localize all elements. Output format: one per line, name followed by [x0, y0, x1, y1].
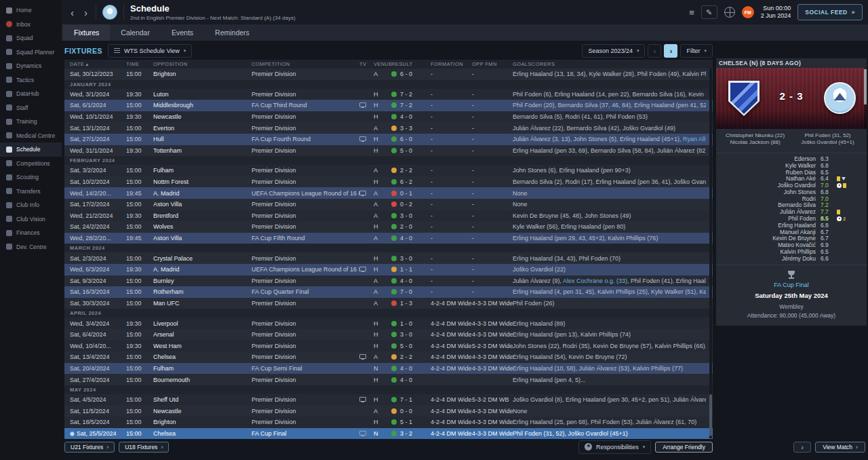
fixture-row[interactable]: Sat, 11/5/202415:00NewcastlePremier Divi…: [64, 405, 713, 417]
fixture-row[interactable]: Sat, 6/1/202415:00MiddlesbroughFA Cup Th…: [64, 100, 713, 111]
column-header-opposition[interactable]: OPPOSITION: [153, 61, 252, 67]
forward-arrow-icon[interactable]: ›: [82, 7, 90, 18]
player-rating-row[interactable]: Manuel Akanji6.7: [722, 229, 861, 235]
sidebar-item-squad-planner[interactable]: Squad Planner: [0, 45, 62, 60]
column-header-goalscorers[interactable]: GOALSCORERS: [513, 61, 706, 67]
column-header-competition[interactable]: COMPETITION: [252, 61, 359, 67]
sidebar-item-schedule[interactable]: Schedule: [0, 142, 62, 157]
fixture-row[interactable]: Sat, 10/2/202415:00Nottm ForestPremier D…: [64, 176, 713, 188]
previous-season-button[interactable]: ‹: [648, 44, 661, 58]
player-rating-row[interactable]: Ruben Dias6.5: [722, 169, 861, 176]
fixture-row[interactable]: Wed, 10/4/20...19:30West HamPremier Divi…: [64, 340, 713, 351]
fixture-row[interactable]: Sat, 13/1/202415:00EvertonPremier Divisi…: [64, 122, 713, 134]
fixture-row[interactable]: Wed, 6/3/202419:30A. MadridUEFA Champion…: [64, 264, 713, 275]
panel-scrollbar[interactable]: [864, 68, 867, 129]
sidebar-item-club-vision[interactable]: Club Vision: [0, 212, 62, 227]
player-rating-row[interactable]: Julián Álvarez7.7: [722, 208, 861, 215]
social-feed-button[interactable]: SOCIAL FEED »: [797, 4, 863, 20]
column-header-tv[interactable]: TV: [359, 61, 374, 67]
sidebar-item-finances[interactable]: Finances: [0, 226, 62, 240]
scrollbar-thumb[interactable]: [864, 69, 867, 104]
arrange-friendly-button[interactable]: Arrange Friendly: [655, 442, 713, 453]
fixture-row[interactable]: Wed, 10/1/202419:30NewcastlePremier Divi…: [64, 111, 713, 123]
column-header-time[interactable]: TIME: [126, 61, 153, 67]
fixture-row[interactable]: Wed, 21/2/202419:30BrentfordPremier Divi…: [64, 210, 713, 222]
fixture-row[interactable]: Sat, 30/3/202415:00Man UFCPremier Divisi…: [64, 298, 713, 309]
schedule-view-dropdown[interactable]: WTS Schedule View ▾: [108, 44, 192, 58]
tab-reminders[interactable]: Reminders: [204, 24, 260, 41]
menu-icon[interactable]: ≡: [689, 7, 694, 18]
column-header-result[interactable]: RESULT: [391, 61, 431, 67]
sidebar-item-tactics[interactable]: Tactics: [0, 73, 62, 88]
player-rating-row[interactable]: Phil Foden8.52: [722, 215, 861, 222]
player-rating-row[interactable]: Ederson6.3: [722, 155, 861, 162]
sidebar-item-transfers[interactable]: Transfers: [0, 185, 62, 199]
fixture-row[interactable]: Sat, 18/5/202415:00BrightonPremier Divis…: [64, 417, 713, 428]
world-icon[interactable]: [724, 7, 735, 18]
fixture-row[interactable]: Sat, 25/5/202415:00ChelseaFA Cup FinalN3…: [64, 428, 713, 439]
fixture-row[interactable]: Sat, 13/4/202415:00ChelseaPremier Divisi…: [64, 351, 713, 363]
responsibilities-dropdown[interactable]: Responsibilities ▾: [578, 440, 651, 454]
sidebar-item-datahub[interactable]: DataHub: [0, 87, 62, 101]
player-rating-row[interactable]: Joško Gvardiol7.0: [722, 182, 861, 189]
sidebar-item-home[interactable]: Home: [0, 3, 62, 18]
fixture-row[interactable]: Sat, 16/3/202415:00RotherhamFA Cup Quart…: [64, 286, 713, 298]
fixture-row[interactable]: Sat, 20/4/202415:00FulhamFA Cup Semi Fin…: [64, 363, 713, 375]
fixture-row[interactable]: Wed, 3/4/202419:30LiverpoolPremier Divis…: [64, 318, 713, 329]
fixture-row[interactable]: Sat, 17/2/202415:00Aston VillaPremier Di…: [64, 199, 713, 210]
u18-fixtures-button[interactable]: U18 Fixtures ›: [119, 442, 169, 453]
player-rating-row[interactable]: Mateo Kovačić6.9: [722, 242, 861, 248]
sidebar-item-club-info[interactable]: Club Info: [0, 198, 62, 212]
player-rating-row[interactable]: Jérémy Doku6.6: [722, 255, 861, 262]
next-season-button[interactable]: ›: [664, 44, 677, 58]
column-header-date[interactable]: DATE ▴: [70, 61, 126, 67]
column-header-formation[interactable]: FORMATION: [431, 61, 472, 67]
tab-calendar[interactable]: Calendar: [110, 24, 161, 41]
view-match-button[interactable]: View Match ›: [815, 442, 865, 453]
sidebar-item-scouting[interactable]: Scouting: [0, 170, 62, 185]
player-rating-row[interactable]: Nathan Aké6.4: [722, 175, 861, 182]
fixture-row[interactable]: Wed, 14/2/20...19:45A. MadridUEFA Champi…: [64, 187, 713, 199]
fixture-row[interactable]: Sat, 27/1/202415:00HullFA Cup Fourth Rou…: [64, 134, 713, 145]
table-scrollbar[interactable]: [709, 69, 712, 438]
fixture-row[interactable]: Wed, 31/1/202419:30TottenhamPremier Divi…: [64, 145, 713, 157]
fixture-row[interactable]: Wed, 28/2/20...19:45Aston VillaFA Cup Fi…: [64, 233, 713, 244]
fixture-row[interactable]: Sat, 9/3/202415:00BurnleyPremier Divisio…: [64, 275, 713, 287]
man-city-badge[interactable]: [102, 5, 117, 20]
edit-icon[interactable]: ✎: [701, 5, 717, 19]
fixture-row[interactable]: Sat, 2/3/202415:00Crystal PalacePremier …: [64, 252, 713, 264]
fixture-row[interactable]: Sat, 4/5/202415:00Sheff UtdPremier Divis…: [64, 394, 713, 406]
sidebar-item-squad[interactable]: Squad: [0, 31, 62, 45]
sidebar-item-inbox[interactable]: Inbox: [0, 18, 62, 32]
back-arrow-icon[interactable]: ‹: [68, 7, 76, 18]
fixture-row[interactable]: Sat, 30/12/202315:00BrightonPremier Divi…: [64, 69, 713, 80]
next-match-button[interactable]: ›: [793, 442, 811, 453]
tab-events[interactable]: Events: [161, 24, 204, 41]
fixture-row[interactable]: Wed, 3/1/202419:30LutonPremier DivisionH…: [64, 89, 713, 100]
fixture-row[interactable]: Sat, 6/4/202415:00ArsenalPremier Divisio…: [64, 329, 713, 341]
player-rating-row[interactable]: Kalvin Phillips6.5: [722, 248, 861, 255]
player-rating-row[interactable]: Bernardo Silva7.2: [722, 202, 861, 209]
sidebar-item-dev-centre[interactable]: Dev. Centre: [0, 240, 62, 254]
player-rating-row[interactable]: Kevin De Bruyne6.7: [722, 235, 861, 242]
u21-fixtures-button[interactable]: U21 Fixtures ›: [64, 442, 115, 453]
player-rating-row[interactable]: Kyle Walker6.8: [722, 162, 861, 169]
player-rating-row[interactable]: John Stones6.8: [722, 189, 861, 195]
sidebar-item-competitions[interactable]: Competitions: [0, 157, 62, 171]
sidebar-item-medical-centre[interactable]: Medical Centre: [0, 129, 62, 143]
sidebar-item-staff[interactable]: Staff: [0, 101, 62, 115]
filter-dropdown[interactable]: Filter ▾: [680, 44, 713, 58]
player-rating-row[interactable]: Erling Haaland6.8: [722, 222, 861, 229]
column-header-venue[interactable]: VENUE: [374, 61, 391, 67]
scrollbar-thumb[interactable]: [709, 394, 712, 436]
tab-fixtures[interactable]: Fixtures: [63, 24, 110, 41]
sidebar-item-dynamics[interactable]: Dynamics: [0, 59, 62, 73]
fixture-row[interactable]: Sat, 24/2/202415:00WolvesPremier Divisio…: [64, 221, 713, 233]
fm-logo[interactable]: FM: [742, 6, 754, 18]
match-result-card[interactable]: 2 - 3: [716, 68, 867, 129]
fixture-row[interactable]: Sat, 3/2/202415:00FulhamPremier Division…: [64, 165, 713, 176]
player-rating-row[interactable]: Rodri7.0: [722, 195, 861, 202]
season-dropdown[interactable]: Season 2023/24 ▾: [582, 44, 645, 58]
column-header-opp-fmn[interactable]: OPP FMN: [472, 61, 513, 67]
fixture-row[interactable]: Sat, 27/4/202415:00BournemouthPremier Di…: [64, 374, 713, 385]
